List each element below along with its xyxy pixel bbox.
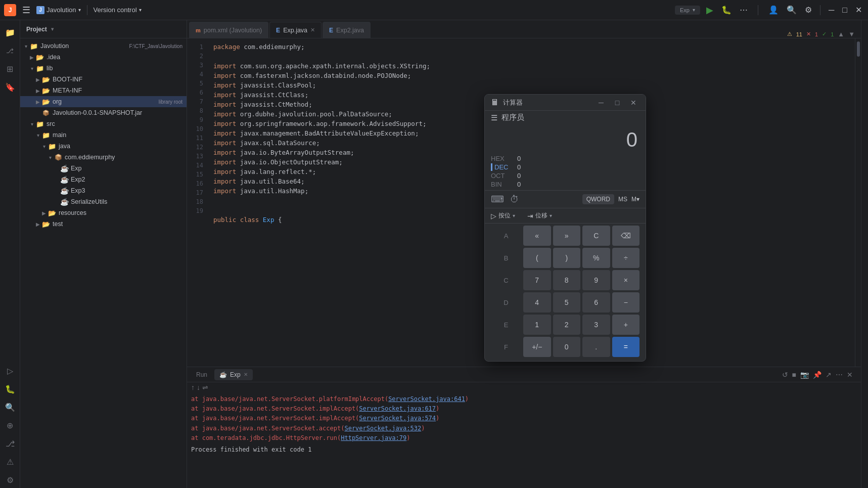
shift-ops-btn[interactable]: ⇥ 位移 ▾ bbox=[527, 211, 552, 220]
more-icon[interactable]: ⋯ bbox=[836, 371, 843, 379]
chevron-down-icon[interactable]: ▼ bbox=[848, 30, 855, 38]
tree-item-javolution[interactable]: ▾ 📁 Javolution F:\CTF_Java\Javolution bbox=[20, 40, 187, 52]
tree-item-boot-inf[interactable]: ▶ 📂 BOOT-INF bbox=[20, 74, 187, 85]
vcs-dropdown[interactable]: Version control ▾ bbox=[94, 6, 142, 14]
screenshot-icon[interactable]: 📷 bbox=[800, 371, 809, 379]
calc-1-btn[interactable]: 1 bbox=[523, 315, 551, 335]
profile-icon[interactable]: 👤 bbox=[766, 4, 781, 16]
activity-git[interactable]: ⎇ bbox=[2, 42, 18, 59]
activity-settings2[interactable]: ⚙ bbox=[2, 472, 18, 488]
tree-item-exp[interactable]: ▶ ☕ Exp bbox=[20, 163, 187, 174]
search-icon[interactable]: 🔍 bbox=[785, 4, 799, 16]
more-button[interactable]: ⋯ bbox=[738, 4, 750, 16]
debug-button[interactable]: 🐛 bbox=[719, 4, 734, 16]
calc-lshift-btn[interactable]: « bbox=[523, 226, 551, 246]
calc-clear-btn[interactable]: C bbox=[582, 226, 610, 246]
share-icon[interactable]: ↗ bbox=[826, 371, 832, 379]
bottom-tab-close[interactable]: ✕ bbox=[244, 372, 248, 377]
calc-decimal-btn[interactable]: . bbox=[582, 337, 610, 357]
calc-lparen-btn[interactable]: ( bbox=[523, 248, 551, 268]
calc-6-btn[interactable]: 6 bbox=[582, 292, 610, 313]
tree-item-main[interactable]: ▾ 📁 main bbox=[20, 129, 187, 141]
tab-close-exp[interactable]: ✕ bbox=[310, 27, 315, 33]
calc-maximize-button[interactable]: □ bbox=[611, 97, 623, 109]
tab-pom[interactable]: m pom.xml (Javolution) bbox=[189, 22, 268, 38]
close-button[interactable]: ✕ bbox=[853, 4, 864, 16]
activity-plugins[interactable]: ⊕ bbox=[2, 417, 18, 433]
calc-4-btn[interactable]: 4 bbox=[523, 292, 551, 313]
run-config[interactable]: Exp ▾ bbox=[675, 6, 700, 15]
calc-minimize-button[interactable]: ─ bbox=[595, 97, 607, 109]
calc-menu-row[interactable]: ☰ 程序员 bbox=[485, 111, 646, 124]
settings-icon[interactable]: ⚙ bbox=[803, 4, 814, 16]
activity-git2[interactable]: ⎇ bbox=[2, 435, 18, 452]
scroll-up-icon[interactable]: ↑ bbox=[191, 383, 195, 391]
tree-item-serialize[interactable]: ▶ ☕ SerializeUtils bbox=[20, 196, 187, 207]
tree-item-java[interactable]: ▾ 📁 java bbox=[20, 141, 187, 152]
tab-exp[interactable]: E Exp.java ✕ bbox=[269, 22, 322, 38]
maximize-button[interactable]: □ bbox=[840, 5, 849, 16]
pin-icon[interactable]: 📌 bbox=[813, 371, 821, 379]
calc-mod-btn[interactable]: % bbox=[582, 248, 610, 268]
close-bottom-icon[interactable]: ✕ bbox=[847, 371, 853, 379]
calc-equals-btn[interactable]: = bbox=[612, 337, 640, 357]
calc-sub-btn[interactable]: − bbox=[612, 292, 640, 313]
stop-icon[interactable]: ■ bbox=[792, 371, 796, 379]
calc-3-btn[interactable]: 3 bbox=[582, 315, 610, 335]
activity-problems[interactable]: ⚠ bbox=[2, 454, 18, 470]
tree-item-src[interactable]: ▾ 📁 src bbox=[20, 118, 187, 129]
ms-btn[interactable]: MS bbox=[618, 196, 627, 203]
calc-negate-btn[interactable]: +/− bbox=[523, 337, 551, 357]
activity-debug[interactable]: 🐛 bbox=[2, 381, 18, 397]
log-link[interactable]: HttpServer.java:79 bbox=[341, 434, 406, 441]
restart-icon[interactable]: ↺ bbox=[782, 371, 788, 379]
activity-search[interactable]: 🔍 bbox=[2, 399, 18, 415]
chevron-up-icon[interactable]: ▲ bbox=[838, 30, 844, 38]
tree-item-meta-inf[interactable]: ▶ 📂 META-INF bbox=[20, 85, 187, 96]
calc-add-btn[interactable]: + bbox=[612, 315, 640, 335]
tree-item-jar[interactable]: ▶ 📦 Javolution-0.0.1-SNAPSHOT.jar bbox=[20, 107, 187, 118]
calc-backspace-btn[interactable]: ⌫ bbox=[612, 226, 640, 246]
tree-item-org[interactable]: ▶ 📂 org library root bbox=[20, 96, 187, 107]
bottom-tab-run[interactable]: Run bbox=[191, 369, 212, 380]
minimize-button[interactable]: ─ bbox=[827, 5, 836, 16]
log-link[interactable]: ServerSocket.java:532 bbox=[344, 425, 421, 432]
calc-keypad-btn[interactable]: ⌨ bbox=[491, 194, 504, 205]
calc-rparen-btn[interactable]: ) bbox=[553, 248, 581, 268]
bitwise-ops-btn[interactable]: ▷ 按位 ▾ bbox=[491, 211, 515, 220]
hamburger-menu[interactable]: ☰ bbox=[20, 5, 32, 16]
run-button[interactable]: ▶ bbox=[704, 4, 715, 17]
qword-btn[interactable]: QWORD bbox=[582, 194, 614, 204]
tree-item-package[interactable]: ▾ 📦 com.eddiemurphy bbox=[20, 152, 187, 163]
calc-close-button[interactable]: ✕ bbox=[627, 97, 639, 109]
wrap-icon[interactable]: ⇌ bbox=[202, 383, 208, 391]
project-dropdown[interactable]: J Javolution ▾ bbox=[36, 6, 81, 14]
tree-item-resources[interactable]: ▶ 📂 resources bbox=[20, 207, 187, 218]
calc-div-btn[interactable]: ÷ bbox=[612, 248, 640, 268]
calc-rshift-btn[interactable]: » bbox=[553, 226, 581, 246]
scroll-down-icon[interactable]: ↓ bbox=[197, 383, 200, 391]
bottom-tab-exp[interactable]: ☕ Exp ✕ bbox=[214, 369, 253, 380]
calc-2-btn[interactable]: 2 bbox=[553, 315, 581, 335]
tab-exp2[interactable]: E Exp2.java bbox=[323, 22, 371, 38]
tree-item-lib[interactable]: ▾ 📁 lib bbox=[20, 63, 187, 74]
calc-7-btn[interactable]: 7 bbox=[523, 270, 551, 290]
calc-5-btn[interactable]: 5 bbox=[553, 292, 581, 313]
tree-item-idea[interactable]: ▶ 📂 .idea bbox=[20, 52, 187, 63]
log-link[interactable]: ServerSocket.java:641 bbox=[388, 395, 465, 403]
calc-0-btn[interactable]: 0 bbox=[553, 337, 581, 357]
calc-9-btn[interactable]: 9 bbox=[582, 270, 610, 290]
calc-mul-btn[interactable]: × bbox=[612, 270, 640, 290]
calc-history-btn[interactable]: ⏱ bbox=[510, 194, 519, 205]
calc-8-btn[interactable]: 8 bbox=[553, 270, 581, 290]
activity-bookmarks[interactable]: 🔖 bbox=[2, 79, 18, 95]
tree-item-exp2[interactable]: ▶ ☕ Exp2 bbox=[20, 174, 187, 185]
activity-structure[interactable]: ⊞ bbox=[2, 61, 18, 77]
tree-item-test[interactable]: ▶ 📂 test bbox=[20, 218, 187, 230]
mv-btn[interactable]: M▾ bbox=[631, 196, 639, 203]
activity-run[interactable]: ▷ bbox=[2, 363, 18, 379]
activity-project[interactable]: 📁 bbox=[2, 24, 18, 40]
log-link[interactable]: ServerSocket.java:574 bbox=[359, 415, 436, 422]
log-link[interactable]: ServerSocket.java:617 bbox=[359, 405, 436, 412]
tree-item-exp3[interactable]: ▶ ☕ Exp3 bbox=[20, 185, 187, 196]
